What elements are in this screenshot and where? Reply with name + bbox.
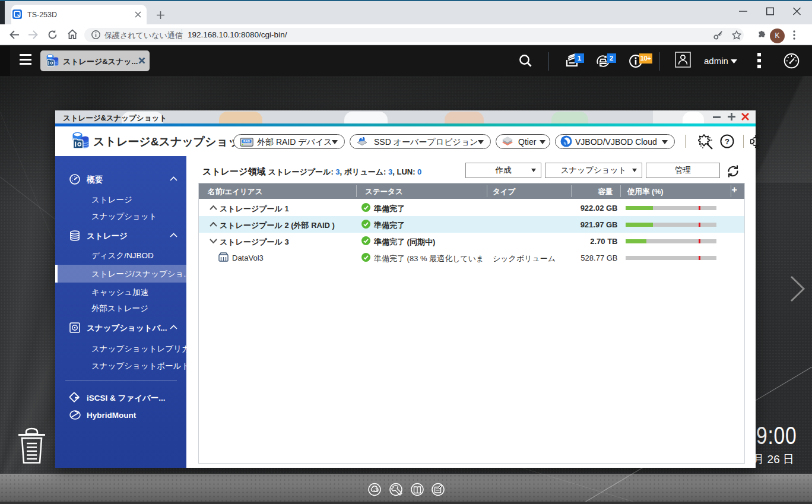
svg-text:?: ?	[725, 137, 729, 146]
svg-text:RAID: RAID	[243, 140, 250, 143]
